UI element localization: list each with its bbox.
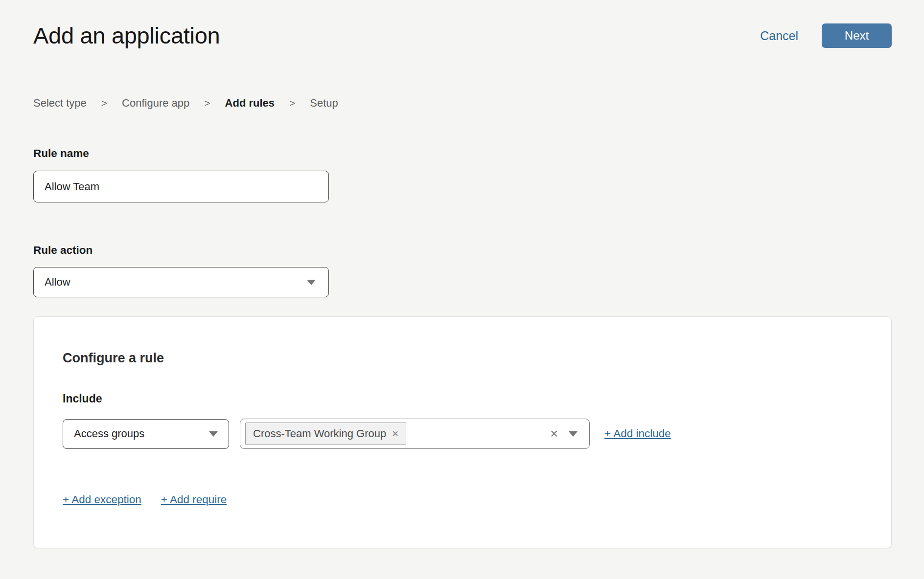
rule-action-label: Rule action xyxy=(33,244,892,257)
breadcrumb-separator: > xyxy=(204,97,210,110)
step-select-type[interactable]: Select type xyxy=(33,97,87,110)
breadcrumb-separator: > xyxy=(101,97,107,110)
include-label: Include xyxy=(63,392,862,405)
configure-rule-card: Configure a rule Include Access groups C… xyxy=(33,316,892,548)
include-selector-value: Access groups xyxy=(74,427,144,440)
next-button[interactable]: Next xyxy=(822,23,892,48)
chevron-down-icon xyxy=(307,280,316,285)
cancel-button[interactable]: Cancel xyxy=(760,29,798,43)
card-title: Configure a rule xyxy=(63,350,862,366)
rule-links-row: + Add exception + Add require xyxy=(63,493,862,507)
add-require-link[interactable]: + Add require xyxy=(161,493,227,507)
add-exception-link[interactable]: + Add exception xyxy=(63,493,141,507)
add-include-link[interactable]: + Add include xyxy=(604,427,671,441)
rule-name-label: Rule name xyxy=(33,147,892,160)
remove-tag-icon[interactable]: × xyxy=(392,428,398,439)
selected-group-tag-label: Cross-Team Working Group xyxy=(253,427,386,440)
chevron-down-icon xyxy=(209,431,218,437)
page-header: Add an application Cancel Next xyxy=(33,22,892,49)
add-application-page: Add an application Cancel Next Select ty… xyxy=(0,0,924,548)
step-setup[interactable]: Setup xyxy=(310,97,338,110)
include-value-multiselect[interactable]: Cross-Team Working Group × × xyxy=(240,419,590,449)
page-title: Add an application xyxy=(33,22,220,49)
rule-action-select[interactable]: Allow xyxy=(33,267,329,297)
chevron-down-icon xyxy=(569,431,578,437)
include-selector-select[interactable]: Access groups xyxy=(63,419,229,449)
rule-name-input[interactable] xyxy=(33,171,329,202)
multiselect-controls: × xyxy=(550,427,578,441)
clear-selection-icon[interactable]: × xyxy=(550,427,558,441)
rule-action-value: Allow xyxy=(45,276,70,289)
include-rule-row: Access groups Cross-Team Working Group ×… xyxy=(63,419,862,449)
step-configure-app[interactable]: Configure app xyxy=(122,97,189,110)
breadcrumb: Select type > Configure app > Add rules … xyxy=(33,97,892,110)
header-actions: Cancel Next xyxy=(760,23,892,48)
breadcrumb-separator: > xyxy=(289,97,295,110)
step-add-rules[interactable]: Add rules xyxy=(225,97,275,110)
selected-group-tag: Cross-Team Working Group × xyxy=(245,423,406,445)
